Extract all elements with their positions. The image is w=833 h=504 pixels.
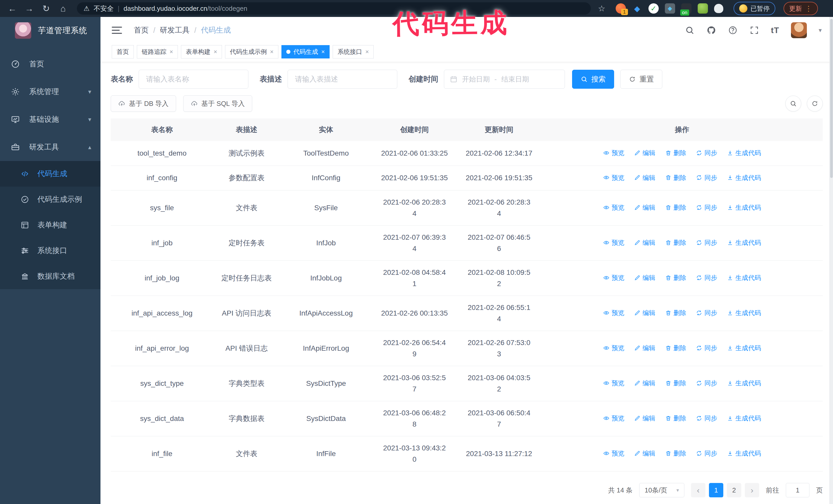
browser-forward-icon[interactable]: → — [23, 2, 36, 15]
app-logo-row[interactable]: 芋道管理系统 — [0, 17, 100, 44]
breadcrumb-devtools[interactable]: 研发工具 — [160, 25, 190, 35]
refresh-table-button[interactable] — [807, 96, 823, 112]
generate-code-link[interactable]: 生成代码 — [727, 377, 761, 389]
reset-button[interactable]: 重置 — [620, 70, 662, 89]
sync-link[interactable]: 同步 — [696, 342, 717, 354]
next-page-button[interactable]: › — [745, 483, 759, 497]
delete-link[interactable]: 删除 — [665, 342, 686, 354]
close-icon[interactable]: × — [365, 48, 369, 55]
sync-link[interactable]: 同步 — [696, 412, 717, 424]
font-size-icon[interactable]: tT — [771, 26, 779, 35]
tab-tag[interactable]: 链路追踪 × — [137, 45, 178, 58]
goto-page-input[interactable]: 1 — [786, 483, 809, 497]
paused-pill[interactable]: 已暂停 — [734, 2, 775, 15]
help-icon[interactable] — [728, 25, 738, 35]
sync-link[interactable]: 同步 — [696, 377, 717, 389]
close-icon[interactable]: × — [321, 48, 325, 55]
generate-code-link[interactable]: 生成代码 — [727, 448, 761, 459]
edit-link[interactable]: 编辑 — [634, 342, 656, 354]
date-range-picker[interactable]: 开始日期 - 结束日期 — [444, 70, 565, 89]
edit-link[interactable]: 编辑 — [634, 412, 656, 424]
sync-link[interactable]: 同步 — [696, 448, 717, 459]
table-name-input[interactable]: 请输入表名称 — [139, 70, 248, 89]
preview-link[interactable]: 预览 — [603, 377, 624, 389]
table-desc-input[interactable]: 请输入表描述 — [288, 70, 397, 89]
sidebar-submenu-item[interactable]: 表单构建 — [0, 212, 100, 238]
avatar-caret-down-icon[interactable]: ▾ — [819, 27, 822, 34]
close-icon[interactable]: × — [169, 48, 173, 55]
update-pill[interactable]: 更新 ⋮ — [784, 2, 818, 15]
scrollbar-thumb[interactable] — [830, 19, 833, 178]
tab-tag[interactable]: 表单构建 × — [181, 45, 222, 58]
extension-grid-icon[interactable]: ◆ — [665, 3, 675, 14]
sync-link[interactable]: 同步 — [696, 237, 717, 248]
sidebar-menu-item[interactable]: 研发工具 ▴ — [0, 133, 100, 161]
search-icon[interactable] — [685, 25, 695, 35]
delete-link[interactable]: 删除 — [665, 147, 686, 159]
delete-link[interactable]: 删除 — [665, 237, 686, 248]
page-size-select[interactable]: 10条/页 ▾ — [639, 483, 684, 497]
sync-link[interactable]: 同步 — [696, 272, 717, 283]
extension-robot-icon[interactable] — [698, 3, 708, 14]
generate-code-link[interactable]: 生成代码 — [727, 307, 761, 318]
sidebar-menu-item[interactable]: 基础设施 ▾ — [0, 105, 100, 133]
preview-link[interactable]: 预览 — [603, 147, 624, 159]
edit-link[interactable]: 编辑 — [634, 448, 656, 459]
sidebar-submenu-item[interactable]: 系统接口 — [0, 238, 100, 264]
tab-tag[interactable]: 代码生成示例 × — [225, 45, 278, 58]
import-sql-button[interactable]: 基于 SQL 导入 — [183, 95, 253, 112]
delete-link[interactable]: 删除 — [665, 172, 686, 183]
preview-link[interactable]: 预览 — [603, 342, 624, 354]
bookmark-star-icon[interactable]: ☆ — [598, 4, 605, 13]
tab-tag[interactable]: 首页 × — [112, 45, 134, 58]
delete-link[interactable]: 删除 — [665, 307, 686, 318]
generate-code-link[interactable]: 生成代码 — [727, 147, 761, 159]
prev-page-button[interactable]: ‹ — [691, 483, 705, 497]
import-db-button[interactable]: 基于 DB 导入 — [111, 95, 176, 112]
generate-code-link[interactable]: 生成代码 — [727, 172, 761, 183]
delete-link[interactable]: 删除 — [665, 412, 686, 424]
search-button[interactable]: 搜索 — [572, 70, 614, 89]
preview-link[interactable]: 预览 — [603, 448, 624, 459]
kebab-menu-icon[interactable]: ⋮ — [805, 4, 812, 13]
page-number-button[interactable]: 1 — [709, 483, 723, 497]
delete-link[interactable]: 删除 — [665, 448, 686, 459]
sidebar-menu-item[interactable]: 系统管理 ▾ — [0, 78, 100, 105]
generate-code-link[interactable]: 生成代码 — [727, 342, 761, 354]
close-icon[interactable]: × — [270, 48, 273, 55]
delete-link[interactable]: 删除 — [665, 202, 686, 213]
sync-link[interactable]: 同步 — [696, 202, 717, 213]
extension-dark-icon[interactable]: on — [681, 3, 691, 14]
fullscreen-icon[interactable] — [749, 25, 759, 35]
collapse-sidebar-icon[interactable] — [112, 27, 122, 34]
sidebar-submenu-item[interactable]: 代码生成 — [0, 161, 100, 187]
generate-code-link[interactable]: 生成代码 — [727, 412, 761, 424]
preview-link[interactable]: 预览 — [603, 272, 624, 283]
edit-link[interactable]: 编辑 — [634, 147, 656, 159]
edit-link[interactable]: 编辑 — [634, 172, 656, 183]
preview-link[interactable]: 预览 — [603, 307, 624, 318]
github-icon[interactable] — [706, 25, 716, 35]
tab-tag[interactable]: 代码生成 × — [281, 45, 330, 58]
page-number-button[interactable]: 2 — [727, 483, 741, 497]
sidebar-submenu-item[interactable]: 代码生成示例 — [0, 187, 100, 212]
close-icon[interactable]: × — [214, 48, 217, 55]
preview-link[interactable]: 预览 — [603, 172, 624, 183]
extension-gem-icon[interactable]: ◆ — [632, 3, 642, 14]
sync-link[interactable]: 同步 — [696, 147, 717, 159]
breadcrumb-home[interactable]: 首页 — [134, 25, 149, 35]
generate-code-link[interactable]: 生成代码 — [727, 272, 761, 283]
extension-check-icon[interactable]: ✓ — [648, 3, 659, 14]
sidebar-submenu-item[interactable]: 数据库文档 — [0, 264, 100, 289]
browser-back-icon[interactable]: ← — [6, 2, 19, 15]
sidebar-menu-item[interactable]: 首页 — [0, 50, 100, 78]
edit-link[interactable]: 编辑 — [634, 237, 656, 248]
browser-reload-icon[interactable]: ↻ — [40, 2, 53, 15]
sync-link[interactable]: 同步 — [696, 307, 717, 318]
edit-link[interactable]: 编辑 — [634, 272, 656, 283]
generate-code-link[interactable]: 生成代码 — [727, 202, 761, 213]
edit-link[interactable]: 编辑 — [634, 377, 656, 389]
tab-tag[interactable]: 系统接口 × — [333, 45, 374, 58]
generate-code-link[interactable]: 生成代码 — [727, 237, 761, 248]
preview-link[interactable]: 预览 — [603, 412, 624, 424]
